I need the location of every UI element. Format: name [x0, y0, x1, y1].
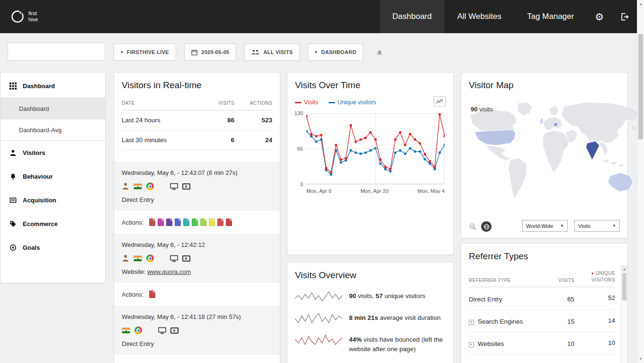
referrer-link[interactable]: www.quora.com	[147, 268, 191, 275]
widget-title: Visits Overview	[287, 263, 453, 285]
chrome-icon	[146, 182, 154, 190]
overview-row-duration: 8 min 21s average visit duration	[287, 307, 453, 329]
nav-item-dashboard[interactable]: Dashboard	[380, 0, 445, 33]
sparkline	[295, 290, 342, 302]
realtime-table-header: DATE VISITS ACTIONS	[122, 96, 272, 110]
action-page-icon[interactable]	[166, 218, 172, 226]
action-page-icon[interactable]	[192, 218, 198, 226]
price-tag-icon	[9, 220, 17, 227]
referrer-visits: 65	[547, 296, 574, 303]
legend-item-visits[interactable]: Visits	[295, 99, 318, 106]
visit-referrer: Website: www.quora.com	[122, 268, 272, 275]
referrer-visits: 15	[547, 318, 574, 325]
y-axis-tick: 130	[295, 110, 303, 116]
bell-icon	[9, 173, 17, 180]
chart-legend: Visits Unique visitors	[287, 95, 453, 106]
flag-india-icon	[122, 327, 130, 334]
map-metric-select[interactable]: Visits ▼	[574, 220, 620, 232]
sidebar-item-acquisition[interactable]: Acquisition	[0, 188, 105, 212]
col-referrer-type[interactable]: REFERRER TYPE	[469, 278, 547, 283]
col-unique-visitors[interactable]: ▼UNIQUE VISITORS	[574, 270, 615, 283]
visitor-person-icon	[9, 149, 17, 156]
widget-title: Visitors in Real-time	[114, 73, 280, 95]
brand-logo[interactable]: first hive	[0, 0, 38, 33]
scroll-up-arrow[interactable]: ▲	[621, 265, 627, 272]
windows-icon	[158, 182, 166, 190]
visits-over-time-chart	[306, 113, 445, 184]
visit-log-entry: Wednesday, May 6, - 12:43:07 (8 min 27s)…	[114, 162, 280, 211]
y-axis-tick: 65	[297, 146, 303, 152]
sparkline	[295, 334, 342, 346]
page-scrollbar[interactable]: ▲ ▼	[637, 0, 644, 363]
nav-item-all-websites[interactable]: All Websites	[445, 0, 514, 33]
export-image-icon[interactable]	[434, 96, 446, 107]
action-page-icon[interactable]	[226, 218, 232, 226]
sidebar-item-dashboard[interactable]: Dashboard	[0, 74, 105, 98]
action-page-icon[interactable]	[149, 290, 155, 298]
map-region-select[interactable]: World-Wide ▼	[522, 220, 568, 232]
widget-visitor-map: Visitor Map 90 visits	[461, 72, 628, 238]
target-icon	[9, 244, 17, 251]
action-page-icon[interactable]	[149, 218, 155, 226]
collapse-double-chevron-icon[interactable]	[373, 46, 385, 58]
visit-icons-row: A	[122, 182, 272, 190]
referrer-row[interactable]: +Websites1010	[469, 332, 615, 354]
globe-reset-icon[interactable]	[481, 221, 492, 232]
scroll-down-arrow[interactable]: ▼	[637, 355, 644, 362]
date-selector-button[interactable]: 2020-05-05	[184, 44, 236, 61]
sidebar-item-ecommerce[interactable]: Ecommerce	[0, 212, 105, 236]
referrer-row[interactable]: +Search Engines1514	[469, 310, 615, 332]
sidebar-item-visitors[interactable]: Visitors	[0, 141, 105, 164]
action-page-icon[interactable]	[200, 218, 206, 226]
site-selector-button[interactable]: ▾ FIRSTHIVE LIVE	[114, 44, 176, 61]
search-input[interactable]	[17, 48, 100, 55]
dashboard-selector-button[interactable]: ▾ DASHBOARD	[308, 44, 363, 61]
segment-selector-button[interactable]: ALL VISITS	[244, 44, 300, 61]
logout-icon[interactable]	[612, 0, 637, 33]
dashboard-grid-icon	[9, 82, 17, 90]
sidebar-subitem-dashboard[interactable]: Dashboard	[0, 98, 105, 119]
visit-icons-row: A	[122, 327, 272, 334]
col-visits[interactable]: VISITS	[547, 278, 574, 283]
referrer-table-header: REFERRER TYPE VISITS ▼UNIQUE VISITORS	[469, 268, 615, 287]
visit-icons-row: A	[122, 254, 272, 262]
people-icon	[251, 49, 259, 55]
action-page-icon[interactable]	[183, 218, 189, 226]
action-page-icon[interactable]	[209, 218, 215, 226]
referrer-row[interactable]: Direct Entry6552	[469, 287, 615, 309]
action-page-icon[interactable]	[217, 218, 224, 226]
visit-referrer: Direct Entry	[122, 340, 272, 347]
action-page-icon[interactable]	[175, 218, 181, 226]
expand-plus-icon[interactable]: +	[469, 342, 474, 347]
returning-visitor-icon	[122, 254, 129, 262]
referrer-inner-scrollbar[interactable]: ▲	[621, 265, 627, 363]
overview-row-bounce: 44% visits have bounced (left the websit…	[287, 329, 453, 358]
settings-gear-icon[interactable]: ⚙	[587, 0, 612, 33]
brand-text: first hive	[28, 10, 38, 22]
world-map[interactable]	[465, 99, 644, 204]
nav-item-tag-manager[interactable]: Tag Manager	[514, 0, 587, 33]
action-page-icon[interactable]	[158, 218, 164, 226]
widget-visits-overview: Visits Overview 90 visits, 57 unique vis…	[287, 262, 454, 363]
visit-log-entry: Wednesday, May 6, - 12:41:18 (27 min 57s…	[114, 306, 280, 355]
sidebar-item-behaviour[interactable]: Behaviour	[0, 164, 105, 188]
visit-log-entry: Wednesday, May 6, - 12:42:12AWebsite: ww…	[114, 234, 280, 283]
expand-plus-icon[interactable]: +	[469, 320, 474, 325]
sidebar-item-goals[interactable]: Goals	[0, 236, 105, 259]
map-selects: World-Wide ▼ Visits ▼	[522, 220, 620, 232]
caret-down-icon: ▾	[121, 50, 123, 54]
visitor-log: Wednesday, May 6, - 12:43:07 (8 min 27s)…	[114, 162, 280, 355]
scrollbar-thumb[interactable]	[638, 34, 643, 139]
sidebar-subitem-dashboard-avg[interactable]: Dashboard-Avg	[0, 119, 105, 141]
visits-over-time-chart-area: 130 65 0	[306, 113, 445, 184]
scrollbar-thumb[interactable]	[622, 273, 626, 300]
search-box	[8, 43, 105, 61]
referrer-label: Direct Entry	[469, 296, 547, 303]
newspaper-icon	[9, 197, 17, 204]
widget-visits-over-time: Visits Over Time Visits Unique visitors …	[287, 72, 454, 255]
referrer-prefix: Website:	[122, 268, 147, 275]
zoom-out-icon[interactable]	[469, 223, 477, 231]
visit-actions-row: Actions:	[114, 211, 280, 234]
scroll-up-arrow[interactable]: ▲	[637, 0, 644, 7]
legend-item-unique-visitors[interactable]: Unique visitors	[329, 99, 376, 106]
